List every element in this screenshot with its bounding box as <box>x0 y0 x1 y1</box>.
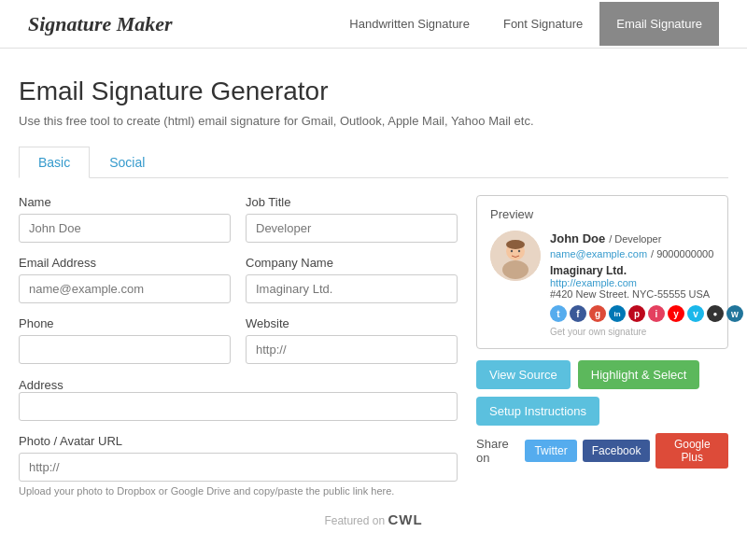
header: Signature Maker Handwritten Signature Fo… <box>0 0 747 49</box>
preview-panel: Preview <box>476 195 728 497</box>
address-label: Address <box>19 378 63 392</box>
social-icon-facebook: f <box>570 305 586 322</box>
preview-header: Preview <box>490 207 714 221</box>
share-facebook-button[interactable]: Facebook <box>583 440 651 462</box>
highlight-select-button[interactable]: Highlight & Select <box>578 360 700 389</box>
footer: Featured on CWL <box>19 497 728 537</box>
jobtitle-input[interactable] <box>246 214 458 243</box>
preview-content: John Doe / Developer name@example.com / … <box>490 231 714 337</box>
form-group-company: Company Name <box>246 256 458 303</box>
preview-address: #420 New Street. NYC-55555 USA <box>550 288 743 300</box>
nav-handwritten[interactable]: Handwritten Signature <box>332 2 486 46</box>
form-row-phone-website: Phone Website <box>19 316 458 364</box>
social-icon-twitter: t <box>550 305 567 322</box>
website-input[interactable] <box>246 335 458 364</box>
share-google-button[interactable]: Google Plus <box>655 433 728 469</box>
address-input[interactable] <box>19 392 458 421</box>
svg-point-4 <box>511 250 513 252</box>
social-icon-vimeo: v <box>687 305 704 322</box>
page-title: Email Signature Generator <box>19 77 728 106</box>
social-icon-pinterest: p <box>628 305 645 322</box>
name-label: Name <box>19 195 231 209</box>
nav-font[interactable]: Font Signature <box>486 2 599 46</box>
social-icon-black: ● <box>707 305 724 322</box>
button-row-2: Setup Instructions <box>476 397 728 426</box>
form-group-photo: Photo / Avatar URL Upload your photo to … <box>19 434 458 497</box>
company-label: Company Name <box>246 256 458 270</box>
form-area: Name Job Title Email Address Company Nam… <box>19 195 728 497</box>
svg-point-1 <box>502 260 529 279</box>
nav-email[interactable]: Email Signature <box>599 2 719 46</box>
preview-info: John Doe / Developer name@example.com / … <box>550 231 743 337</box>
social-icons-row: t f g in p i y v ● w <box>550 305 743 322</box>
preview-box: Preview <box>476 195 728 349</box>
social-icon-wordpress: w <box>726 305 743 322</box>
avatar <box>490 231 541 281</box>
name-input[interactable] <box>19 214 231 243</box>
svg-point-3 <box>506 240 525 249</box>
share-twitter-button[interactable]: Twitter <box>525 440 576 462</box>
form-group-name: Name <box>19 195 231 243</box>
photo-input[interactable] <box>19 453 458 482</box>
svg-point-5 <box>518 250 520 252</box>
preview-website: http://example.com <box>550 277 743 288</box>
view-source-button[interactable]: View Source <box>476 360 571 389</box>
preview-name: John Doe <box>550 231 605 245</box>
preview-company: Imaginary Ltd. <box>550 264 743 277</box>
tabs: Basic Social <box>19 147 728 178</box>
preview-watermark: Get your own signature <box>550 327 743 337</box>
form-row-email-company: Email Address Company Name <box>19 256 458 303</box>
share-row: Share on Twitter Facebook Google Plus <box>476 433 728 469</box>
setup-instructions-button[interactable]: Setup Instructions <box>476 397 599 426</box>
photo-label: Photo / Avatar URL <box>19 434 458 448</box>
social-icon-instagram: i <box>648 305 665 322</box>
form-group-address: Address <box>19 377 458 421</box>
phone-input[interactable] <box>19 335 231 364</box>
social-icon-google: g <box>589 305 606 322</box>
website-label: Website <box>246 316 458 330</box>
main-content: Email Signature Generator Use this free … <box>0 49 747 560</box>
form-group-phone: Phone <box>19 316 231 364</box>
jobtitle-label: Job Title <box>246 195 458 209</box>
footer-text: Featured on <box>324 514 385 527</box>
photo-note: Upload your photo to Dropbox or Google D… <box>19 485 458 497</box>
share-label: Share on <box>476 437 519 465</box>
form-group-email: Email Address <box>19 256 231 303</box>
tab-basic[interactable]: Basic <box>19 147 90 178</box>
tab-social[interactable]: Social <box>90 147 164 178</box>
preview-name-jobtitle: John Doe / Developer <box>550 231 743 245</box>
company-input[interactable] <box>246 274 458 303</box>
logo: Signature Maker <box>28 12 173 36</box>
email-label: Email Address <box>19 256 231 270</box>
form-group-jobtitle: Job Title <box>246 195 458 243</box>
social-icon-youtube: y <box>668 305 684 322</box>
page-subtitle: Use this free tool to create (html) emai… <box>19 114 728 128</box>
preview-email-phone: name@example.com / 9000000000 <box>550 245 743 260</box>
preview-email: name@example.com <box>550 248 647 259</box>
footer-brand: CWL <box>388 511 422 527</box>
button-row-1: View Source Highlight & Select <box>476 360 728 389</box>
preview-phone: 9000000000 <box>656 248 713 259</box>
form-left: Name Job Title Email Address Company Nam… <box>19 195 458 497</box>
phone-label: Phone <box>19 316 231 330</box>
preview-jobtitle: Developer <box>614 233 661 245</box>
form-group-website: Website <box>246 316 458 364</box>
nav: Handwritten Signature Font Signature Ema… <box>332 2 719 46</box>
email-input[interactable] <box>19 274 231 303</box>
social-icon-linkedin: in <box>609 305 626 322</box>
form-row-name-jobtitle: Name Job Title <box>19 195 458 243</box>
